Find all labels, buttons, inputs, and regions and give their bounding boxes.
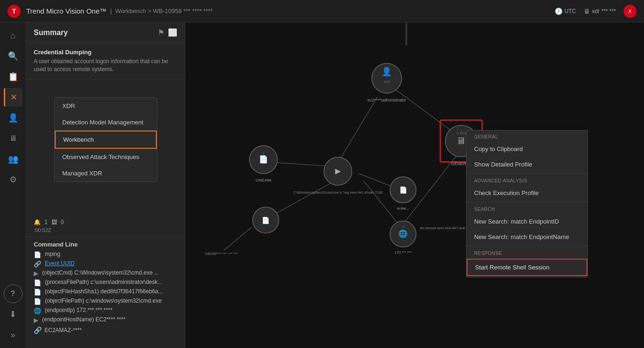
user-avatar[interactable]: X [623, 5, 637, 18]
svg-text:📄: 📄 [259, 155, 268, 164]
icon-sidebar: ⌂ 🔍 📋 ✕ 👤 🖥 👥 ⚙ ? ⬇ » [0, 22, 26, 348]
context-start-remote-shell[interactable]: Start Remote Shell Session [467, 259, 587, 276]
summary-title: Summary [34, 29, 68, 37]
svg-text:🖥: 🖥 [456, 136, 466, 146]
event-uuid-icon: 🔗 [34, 261, 41, 268]
sidebar-item-help[interactable]: ? [4, 284, 22, 303]
detail-subheading: 📄 mping [34, 251, 177, 258]
event-uuid-link[interactable]: Event UUID [45, 260, 74, 267]
context-menu: GENERAL Copy to Clipboard Show Detailed … [466, 130, 588, 277]
detail-sub-icon: 📄 [34, 251, 41, 258]
credential-title: Credential Dumping [34, 49, 177, 56]
context-divider-1 [467, 173, 587, 174]
sidebar-item-expand[interactable]: » [4, 326, 22, 344]
sidebar-item-xdr[interactable]: ✕ [4, 88, 22, 107]
flag-icon[interactable]: ⚑ [158, 28, 164, 37]
sidebar-item-search[interactable]: 🔍 [4, 47, 22, 65]
nav-dropdown: XDR Detection Model Management Workbench… [54, 97, 157, 182]
svg-text:ec2: ec2 [384, 80, 390, 84]
brand-logo: T [7, 5, 21, 18]
context-check-execution[interactable]: Check Execution Profile [467, 185, 587, 201]
utc-indicator: 🕐 UTC [555, 7, 576, 15]
details-section: Command Line 📄 mping 🔗 Event UUID ▶ (obj… [26, 237, 185, 348]
dropdown-item-managed[interactable]: Managed XDR [55, 165, 157, 181]
breadcrumb: | Workbench > WB-10958 *** **** **** [110, 7, 213, 14]
context-new-search-id[interactable]: New Search: match EndpointID [467, 214, 587, 229]
alert-count-row: 🔔 1 🖼 0 [34, 219, 177, 225]
detail-row-0: ▶ (objectCmd) C:\Windows\system32\cmd.ex… [34, 269, 177, 277]
alert-time: :00:52Z [34, 227, 177, 233]
dropdown-item-xdr[interactable]: XDR [55, 98, 157, 114]
detail-icon-1: 📄 [34, 279, 41, 286]
svg-text:⊙: ⊙ [262, 151, 265, 154]
export-icon[interactable]: ⬜ [168, 28, 177, 37]
context-new-search-name[interactable]: New Search: match EndpointName [467, 229, 587, 245]
context-copy-clipboard[interactable]: Copy to Clipboard [467, 141, 587, 157]
context-divider-3 [467, 246, 587, 246]
svg-text:🌐: 🌐 [398, 229, 408, 238]
context-response-label: RESPONSE [467, 247, 587, 258]
svg-text:C:\Windows\system32\cmd.exe /c: C:\Windows\system32\cmd.exe /c "reg save… [293, 191, 382, 195]
details-heading: Command Line [34, 241, 177, 248]
sidebar-item-reports[interactable]: 📋 [4, 67, 22, 86]
svg-text:cmd.exe: cmd.exe [256, 178, 271, 182]
dropdown-item-oat[interactable]: Observed Attack Techniques [55, 149, 157, 165]
sidebar-item-home[interactable]: ⌂ [4, 26, 22, 45]
sidebar-item-groups[interactable]: 👥 [4, 150, 22, 168]
sidebar-item-settings[interactable]: ⚙ [4, 170, 22, 189]
svg-text:⊙: ⊙ [402, 225, 404, 229]
svg-text:ec2****\administrator: ec2****\administrator [367, 98, 406, 102]
sensor-label: ds-sensor-test-x64-847.exe [420, 226, 465, 230]
topbar: T Trend Micro Vision One™ | Workbench > … [0, 0, 644, 22]
svg-text:▶: ▶ [335, 167, 341, 175]
credential-desc: A user obtained account logon informatio… [34, 58, 177, 73]
tag-icon: 🔗 [34, 326, 42, 334]
dropdown-item-detection[interactable]: Detection Model Management [55, 114, 157, 130]
detail-row-5: ▶ (endpointHostName) EC2**** **** [34, 316, 177, 324]
svg-text:⊙ EC2: ⊙ EC2 [456, 131, 467, 135]
sidebar-item-endpoints[interactable]: 🖥 [4, 129, 22, 148]
main-layout: ⌂ 🔍 📋 ✕ 👤 🖥 👥 ⚙ ? ⬇ » Summary ⚑ ⬜ Creden… [0, 22, 644, 348]
context-search-label: SEARCH [467, 203, 587, 214]
app-title: Trend Micro Vision One™ [26, 7, 107, 15]
detail-icon-5: ▶ [34, 317, 38, 324]
tag-label: EC2AMAZ-**** [44, 327, 81, 334]
svg-rect-1 [405, 22, 407, 46]
svg-text:ential...: ential... [397, 206, 409, 210]
hash-label: DED8F*** *** *** *** [205, 252, 238, 256]
svg-text:👤: 👤 [381, 66, 392, 77]
logo-letter: T [12, 7, 16, 15]
detail-icon-2: 📄 [34, 289, 41, 296]
topbar-right: 🕐 UTC 🖥 xdr *** *** X [555, 5, 637, 18]
graph-area[interactable]: 👤 ec2 ec2****\administrator 🖥 ⊙ EC2 GENE… [185, 22, 644, 348]
detail-row-4: 🌐 (endpointIp) 172.***.***.**** [34, 307, 177, 314]
detail-icon-4: 🌐 [34, 307, 41, 314]
svg-text:172.***.***: 172.***.*** [395, 250, 411, 254]
tag-row: 🔗 EC2AMAZ-**** [34, 326, 177, 334]
svg-text:📄: 📄 [399, 186, 408, 194]
summary-actions: ⚑ ⬜ [158, 28, 177, 37]
context-general-label: GENERAL [467, 130, 587, 141]
sidebar-bottom: ? ⬇ » [4, 284, 22, 348]
detail-icon-3: 📄 [34, 298, 41, 305]
left-panel: Summary ⚑ ⬜ Credential Dumping A user ob… [26, 22, 185, 348]
svg-text:📄: 📄 [262, 217, 270, 225]
node-file2[interactable]: 📄 [253, 207, 279, 233]
context-divider-2 [467, 202, 587, 202]
summary-header: Summary ⚑ ⬜ [26, 22, 185, 43]
alert-info: 🔔 1 🖼 0 :00:52Z [26, 215, 185, 237]
event-uuid-row: 🔗 Event UUID [34, 260, 177, 268]
credential-info: Credential Dumping A user obtained accou… [26, 43, 185, 80]
sidebar-item-deploy[interactable]: ⬇ [4, 305, 22, 324]
detail-row-3: 📄 (objectFilePath) c:\windows\system32\c… [34, 297, 177, 305]
context-show-profile[interactable]: Show Detailed Profile [467, 157, 587, 172]
user-info[interactable]: 🖥 xdr *** *** [584, 7, 616, 15]
detail-icon-0: ▶ [34, 270, 38, 277]
dropdown-item-workbench[interactable]: Workbench [55, 130, 157, 149]
detail-row-2: 📄 (objectFileHashSha1) ded8fd7f36417f66e… [34, 288, 177, 296]
context-advanced-label: ADVANCED ANALYSIS [467, 174, 587, 185]
sidebar-item-users[interactable]: 👤 [4, 109, 22, 127]
detail-row-1: 📄 (processFilePath) c:\users\administrat… [34, 279, 177, 286]
